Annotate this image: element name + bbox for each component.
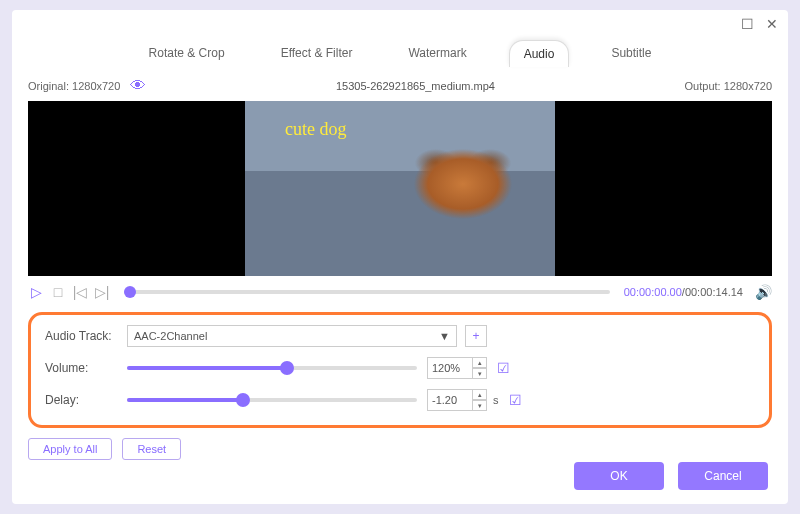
delay-apply-icon[interactable]: ☑ bbox=[509, 392, 522, 408]
overlay-text: cute dog bbox=[285, 119, 346, 140]
preview-toggle-icon[interactable]: 👁 bbox=[130, 77, 146, 95]
audio-track-select[interactable]: AAC-2Channel▼ bbox=[127, 325, 457, 347]
apply-to-all-button[interactable]: Apply to All bbox=[28, 438, 112, 460]
video-preview[interactable]: cute dog bbox=[28, 101, 772, 276]
next-frame-button[interactable]: ▷| bbox=[94, 284, 110, 300]
audio-settings-panel: Audio Track: AAC-2Channel▼ + Volume: 120… bbox=[28, 312, 772, 428]
output-value: 1280x720 bbox=[724, 80, 772, 92]
tab-watermark[interactable]: Watermark bbox=[394, 40, 480, 67]
volume-down[interactable]: ▾ bbox=[473, 368, 487, 379]
delay-slider[interactable] bbox=[127, 398, 417, 402]
delay-up[interactable]: ▴ bbox=[473, 389, 487, 400]
delay-label: Delay: bbox=[45, 393, 127, 407]
tab-subtitle[interactable]: Subtitle bbox=[597, 40, 665, 67]
tab-audio[interactable]: Audio bbox=[509, 40, 570, 67]
add-track-button[interactable]: + bbox=[465, 325, 487, 347]
maximize-button[interactable]: ☐ bbox=[741, 16, 754, 32]
prev-frame-button[interactable]: |◁ bbox=[72, 284, 88, 300]
volume-icon[interactable]: 🔊 bbox=[755, 284, 772, 300]
cancel-button[interactable]: Cancel bbox=[678, 462, 768, 490]
reset-button[interactable]: Reset bbox=[122, 438, 181, 460]
filename: 15305-262921865_medium.mp4 bbox=[146, 80, 684, 92]
volume-slider[interactable] bbox=[127, 366, 417, 370]
delay-unit: s bbox=[493, 394, 499, 406]
tab-effect-filter[interactable]: Effect & Filter bbox=[267, 40, 367, 67]
chevron-down-icon: ▼ bbox=[439, 330, 450, 342]
stop-button[interactable]: □ bbox=[50, 284, 66, 300]
volume-handle[interactable] bbox=[280, 361, 294, 375]
tabs: Rotate & Crop Effect & Filter Watermark … bbox=[12, 38, 788, 75]
volume-label: Volume: bbox=[45, 361, 127, 375]
original-value: 1280x720 bbox=[72, 80, 120, 92]
tab-rotate-crop[interactable]: Rotate & Crop bbox=[135, 40, 239, 67]
timecode: 00:00:00.00/00:00:14.14 bbox=[624, 286, 743, 298]
seek-handle[interactable] bbox=[124, 286, 136, 298]
delay-handle[interactable] bbox=[236, 393, 250, 407]
delay-value[interactable]: -1.20 bbox=[427, 389, 473, 411]
play-button[interactable]: ▷ bbox=[28, 284, 44, 300]
volume-value[interactable]: 120% bbox=[427, 357, 473, 379]
audio-track-label: Audio Track: bbox=[45, 329, 127, 343]
ok-button[interactable]: OK bbox=[574, 462, 664, 490]
original-label: Original: bbox=[28, 80, 69, 92]
seek-bar[interactable] bbox=[124, 290, 610, 294]
output-label: Output: bbox=[685, 80, 721, 92]
delay-down[interactable]: ▾ bbox=[473, 400, 487, 411]
volume-up[interactable]: ▴ bbox=[473, 357, 487, 368]
close-button[interactable]: ✕ bbox=[766, 16, 778, 32]
volume-apply-icon[interactable]: ☑ bbox=[497, 360, 510, 376]
